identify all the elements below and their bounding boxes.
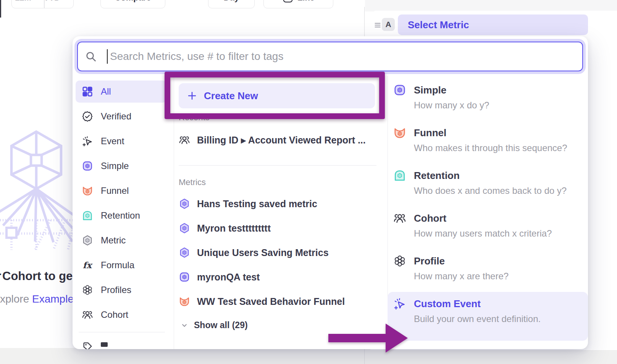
sidebar-item-label: Cohort <box>101 309 128 320</box>
option-title: Custom Event <box>414 298 481 310</box>
chevron-down-icon <box>64 0 70 1</box>
simple-icon <box>393 84 406 97</box>
sidebar-item-label: Funnel <box>101 185 129 196</box>
option-cohort[interactable]: Cohort How many users match x criteria? <box>391 211 586 249</box>
hexagon-badge-icon <box>179 247 190 258</box>
sidebar-item-label: All <box>101 86 111 97</box>
granularity-label: Day <box>224 0 239 3</box>
option-title: Profile <box>414 255 445 267</box>
explore-prefix: xplore <box>0 293 29 305</box>
option-title: Cohort <box>414 213 446 224</box>
option-title: Simple <box>414 84 446 96</box>
metric-item-label: Myron testtttttttt <box>197 223 271 234</box>
chart-type-button[interactable]: Line <box>263 0 333 8</box>
funnel-icon <box>82 185 93 196</box>
retention-icon <box>82 210 93 221</box>
metric-icon <box>82 235 93 246</box>
date-range-segmented-control[interactable]: 12M YTD <box>11 0 74 8</box>
chart-type-label: Line <box>297 0 315 3</box>
retention-icon <box>393 169 406 182</box>
sidebar-item-event[interactable]: Event <box>76 130 166 152</box>
profiles-icon <box>82 284 93 296</box>
sidebar-item-label: Verified <box>101 111 131 122</box>
cursor-sparkle-icon <box>393 297 406 310</box>
annotation-highlight-box <box>165 72 385 119</box>
range-ytd[interactable]: YTD <box>44 0 60 3</box>
metric-list-item[interactable]: WW Test Saved Behavior Funnel <box>179 295 377 308</box>
select-metric-label: Select Metric <box>408 19 469 31</box>
metric-list-item[interactable]: myronQA test <box>179 271 377 283</box>
sidebar-item-label: Event <box>101 136 124 147</box>
cohort-icon <box>179 134 190 146</box>
top-right-backdrop <box>365 0 617 11</box>
hexagon-badge-icon <box>179 198 190 209</box>
sidebar-item-partial[interactable] <box>82 341 108 349</box>
formula-icon <box>82 259 93 271</box>
option-description: How many users match x criteria? <box>414 228 586 239</box>
profiles-icon <box>393 254 406 267</box>
annotation-arrow <box>328 321 410 355</box>
recents-metrics-divider <box>179 165 376 166</box>
search-icon <box>85 50 97 63</box>
chevron-down-icon <box>180 321 189 330</box>
metric-list-item[interactable]: Hans Testing saved metric <box>179 197 377 210</box>
simple-icon <box>179 271 190 283</box>
sidebar-item-metric[interactable]: Metric <box>76 229 166 251</box>
sidebar-item-all[interactable]: All <box>76 81 166 103</box>
line-chart-icon <box>282 0 294 3</box>
show-all-label: Show all (29) <box>194 320 248 330</box>
option-custom-event[interactable]: Custom Event Build your own event defini… <box>391 296 586 334</box>
option-description: How many x are there? <box>414 271 586 282</box>
sidebar-item-label: Metric <box>101 235 126 246</box>
sidebar-item-retention[interactable]: Retention <box>76 205 166 227</box>
sidebar-item-label: Profiles <box>101 285 131 295</box>
clipped-label-fragment <box>101 342 108 347</box>
option-retention[interactable]: Retention Who does x and comes back to d… <box>391 168 586 206</box>
text-caret <box>107 49 108 64</box>
background-heading-left-fragment: r <box>0 269 1 283</box>
metric-item-label: Hans Testing saved metric <box>197 198 317 209</box>
sidebar-item-simple[interactable]: Simple <box>76 155 166 177</box>
cursor-sparkle-icon <box>82 135 93 147</box>
granularity-button[interactable]: Day <box>208 0 255 8</box>
sidebar-item-funnel[interactable]: Funnel <box>76 180 166 202</box>
search-box[interactable] <box>77 42 583 71</box>
sidebar-item-cohort[interactable]: Cohort <box>76 304 166 326</box>
sidebar-item-profiles[interactable]: Profiles <box>76 279 166 301</box>
grid-icon <box>82 86 93 97</box>
sidebar-item-formula[interactable]: Formula <box>76 254 166 276</box>
option-description: How many x do y? <box>414 100 586 111</box>
search-input[interactable] <box>109 50 582 63</box>
sidebar-item-label: Formula <box>101 260 134 271</box>
badge-check-icon <box>82 111 93 122</box>
select-metric-pill[interactable]: Select Metric <box>398 14 588 35</box>
option-description: Who does x and comes back to do y? <box>414 185 586 196</box>
cohort-icon <box>82 309 93 321</box>
option-simple[interactable]: Simple How many x do y? <box>391 82 586 121</box>
option-description: Who makes it through this sequence? <box>414 143 586 153</box>
metric-list-item[interactable]: Myron testtttttttt <box>179 222 377 235</box>
sidebar-item-verified[interactable]: Verified <box>76 105 166 127</box>
metric-item-label: WW Test Saved Behavior Funnel <box>197 296 345 307</box>
metric-list-item[interactable]: Unique Users Saving Metrics <box>179 246 377 259</box>
option-profile[interactable]: Profile How many x are there? <box>391 253 586 292</box>
funnel-icon <box>393 126 406 139</box>
simple-icon <box>82 160 93 172</box>
compare-label: Compare <box>115 0 151 3</box>
tag-icon <box>82 341 93 349</box>
metric-item-label: myronQA test <box>197 272 260 283</box>
option-title: Funnel <box>414 127 446 139</box>
funnel-icon <box>179 296 190 307</box>
range-12m[interactable]: 12M <box>15 0 31 3</box>
recent-item[interactable]: Billing ID ▸ Account Viewed Report ... <box>179 134 377 147</box>
wireframe-illustration <box>0 124 74 250</box>
show-all-toggle[interactable]: Show all (29) <box>180 320 248 330</box>
background-edge-fragment <box>0 0 1 18</box>
option-funnel[interactable]: Funnel Who makes it through this sequenc… <box>391 125 586 163</box>
sidebar-section-divider <box>79 332 165 332</box>
series-a-badge: A <box>382 18 395 31</box>
metric-item-label: Unique Users Saving Metrics <box>197 247 329 258</box>
compare-button[interactable]: Compare <box>100 0 165 8</box>
bottom-backdrop <box>0 348 617 364</box>
drag-handle-icon[interactable] <box>373 20 383 30</box>
